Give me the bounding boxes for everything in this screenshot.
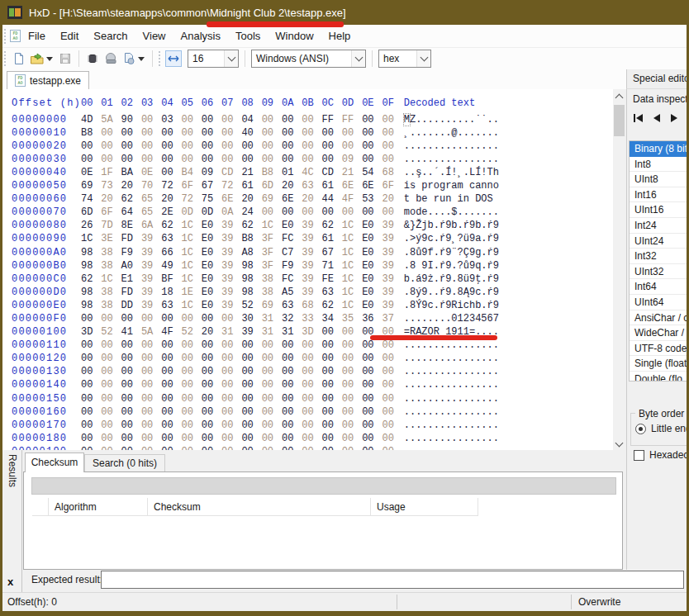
hex-byte[interactable]: 00 [221,405,241,419]
hex-byte[interactable]: 00 [282,153,302,166]
hex-byte[interactable]: 00 [302,352,321,365]
hex-byte[interactable]: 63 [161,232,181,245]
hex-byte[interactable]: 00 [241,445,261,450]
hex-byte[interactable]: 1C [181,232,201,245]
hex-byte[interactable]: 00 [141,378,161,391]
hex-byte[interactable]: 00 [101,378,121,391]
hex-byte[interactable]: 00 [382,378,402,391]
hex-byte[interactable]: 00 [141,140,161,153]
hex-byte[interactable]: 00 [81,432,101,445]
hex-byte[interactable]: 6F [382,179,402,192]
decoded-text[interactable]: ..ş..´.Í!¸.LÍ!Th [404,166,499,179]
hex-byte[interactable]: E0 [202,272,221,286]
hex-byte[interactable]: CD [221,166,241,179]
hex-byte[interactable]: 00 [121,126,141,140]
hex-byte[interactable]: 00 [161,419,181,432]
hex-byte[interactable]: 00 [202,352,221,365]
hex-byte[interactable]: F9 [282,259,302,272]
menu-item-search[interactable]: Search [86,30,135,42]
hex-byte[interactable]: 00 [342,325,362,339]
inspector-item-binary-8-bit[interactable]: Binary (8 bit [630,141,689,157]
hex-byte[interactable]: 00 [362,445,382,450]
hex-byte[interactable]: 00 [342,126,362,140]
hex-row-000000F0[interactable]: 000000F000000000000000003031323334353637… [2,312,613,325]
hex-byte[interactable]: 39 [382,246,402,259]
hex-byte[interactable]: 38 [101,299,121,312]
hex-byte[interactable]: 00 [221,419,241,432]
hex-byte[interactable]: 00 [81,392,101,405]
hex-byte[interactable]: DD [121,299,141,312]
hex-byte[interactable]: 00 [121,140,141,153]
hex-byte[interactable]: 00 [181,392,201,405]
hex-byte[interactable]: 00 [221,392,241,405]
hex-byte[interactable]: 49 [161,259,181,272]
hex-byte[interactable]: 00 [282,432,302,445]
status-mode-overwrite[interactable]: Overwrite [578,593,620,611]
hex-byte[interactable]: 21 [342,166,362,179]
hex-byte[interactable]: 00 [101,365,121,378]
hex-byte[interactable]: 3F [262,246,282,259]
hex-byte[interactable]: 1C [342,259,362,272]
hex-byte[interactable]: 00 [81,365,101,378]
inspector-item-int64[interactable]: Int64 [630,279,689,295]
hex-byte[interactable]: 52 [181,325,201,339]
hex-byte[interactable]: 1C [181,246,201,259]
hex-byte[interactable]: 00 [362,378,382,391]
hex-byte[interactable]: 00 [121,405,141,419]
hex-byte[interactable]: 00 [202,339,221,352]
hex-byte[interactable]: 39 [221,299,241,312]
hex-byte[interactable]: 0A [221,206,241,219]
table-header-algorithm[interactable]: Algorithm [49,498,148,515]
menu-item-analysis[interactable]: Analysis [173,30,228,42]
hex-byte[interactable]: 00 [382,392,402,405]
decoded-text[interactable]: MZ..........˙˙.. [404,113,499,126]
inspector-item-int8[interactable]: Int8 [630,157,689,173]
hex-byte[interactable]: 0E [81,166,101,179]
hex-byte[interactable]: 00 [181,153,201,166]
hex-byte[interactable]: 98 [241,286,261,299]
hex-row-00000060[interactable]: 00000060742062652072756E20696E20444F5320… [2,192,613,206]
hex-byte[interactable]: 20 [202,325,221,339]
decoded-text[interactable]: &}Žjb.ŕ9b.ŕ9b.ŕ9 [404,219,499,232]
hex-byte[interactable]: 39 [221,259,241,272]
hex-byte[interactable]: 00 [382,419,402,432]
hex-byte[interactable]: 00 [362,419,382,432]
hex-byte[interactable]: 00 [262,392,282,405]
hex-byte[interactable]: 00 [161,392,181,405]
hex-row-000000A0[interactable]: 000000A09838F939661CE039A83FC739671CE039… [2,246,613,259]
hex-byte[interactable]: 00 [161,126,181,140]
hex-byte[interactable]: 00 [161,432,181,445]
save-icon[interactable] [56,50,74,68]
hex-byte[interactable]: 00 [101,419,121,432]
hex-byte[interactable]: 00 [101,445,121,450]
hex-byte[interactable]: 39 [382,286,402,299]
hex-byte[interactable]: 39 [141,286,161,299]
hex-row-00000020[interactable]: 0000002000000000000000000000000000000000… [2,140,613,153]
toolbar-grip[interactable] [159,51,162,66]
hex-row-00000120[interactable]: 0000012000000000000000000000000000000000… [2,352,613,365]
hex-byte[interactable]: 00 [262,153,282,166]
hex-byte[interactable]: 00 [121,352,141,365]
chevron-down-icon[interactable] [416,50,430,67]
hex-byte[interactable]: E0 [362,232,382,245]
hex-byte[interactable]: E0 [202,299,221,312]
hex-byte[interactable]: FC [282,232,302,245]
disk-image-icon[interactable] [102,50,120,68]
hex-byte[interactable]: B8 [241,232,261,245]
hex-byte[interactable]: 39 [141,272,161,286]
hex-byte[interactable]: 00 [322,392,342,405]
hex-byte[interactable]: 00 [81,339,101,352]
hex-byte[interactable]: 69 [262,192,282,206]
hex-byte[interactable]: 00 [121,378,141,391]
hex-byte[interactable]: 71 [322,259,342,272]
hex-byte[interactable]: 98 [241,259,261,272]
hex-byte[interactable]: 00 [141,365,161,378]
hex-byte[interactable]: 00 [101,339,121,352]
hex-byte[interactable]: 62 [322,299,342,312]
hex-byte[interactable]: 40 [241,126,261,140]
decoded-text[interactable]: ................ [404,140,499,153]
hex-byte[interactable]: B8 [262,166,282,179]
hex-byte[interactable]: 00 [221,153,241,166]
hex-byte[interactable]: 00 [141,312,161,325]
hex-byte[interactable]: 00 [202,378,221,391]
